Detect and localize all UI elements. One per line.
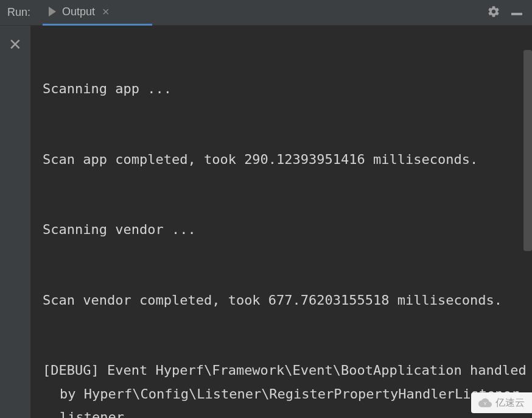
log-line: [DEBUG] Event Hyperf\Framework\Event\Boo…	[43, 359, 532, 418]
log-line: Scan app completed, took 290.12393951416…	[43, 148, 532, 172]
log-line: Scanning vendor ...	[43, 218, 532, 242]
scrollbar-thumb[interactable]	[523, 50, 532, 251]
play-icon	[49, 7, 56, 16]
gear-icon[interactable]	[487, 5, 500, 21]
console-output[interactable]: Scanning app ... Scan app completed, too…	[30, 26, 532, 418]
close-icon[interactable]: ✕	[9, 37, 22, 52]
cloud-icon: Y	[478, 396, 492, 409]
tab-label: Output	[62, 5, 95, 18]
log-line: Scanning app ...	[43, 77, 532, 101]
close-tab-icon[interactable]: ×	[102, 5, 110, 19]
minimize-icon[interactable]	[511, 13, 522, 15]
run-tool-header: Run: Output ×	[0, 0, 532, 26]
svg-text:Y: Y	[484, 401, 487, 406]
body-area: ✕ Scanning app ... Scan app completed, t…	[0, 26, 532, 418]
header-actions	[487, 5, 527, 21]
output-tab[interactable]: Output ×	[43, 0, 152, 26]
log-line: Scan vendor completed, took 677.76203155…	[43, 289, 532, 313]
watermark-text: 亿速云	[495, 397, 525, 409]
run-label: Run:	[5, 6, 30, 19]
tool-gutter: ✕	[0, 26, 30, 418]
watermark: Y 亿速云	[471, 392, 532, 413]
